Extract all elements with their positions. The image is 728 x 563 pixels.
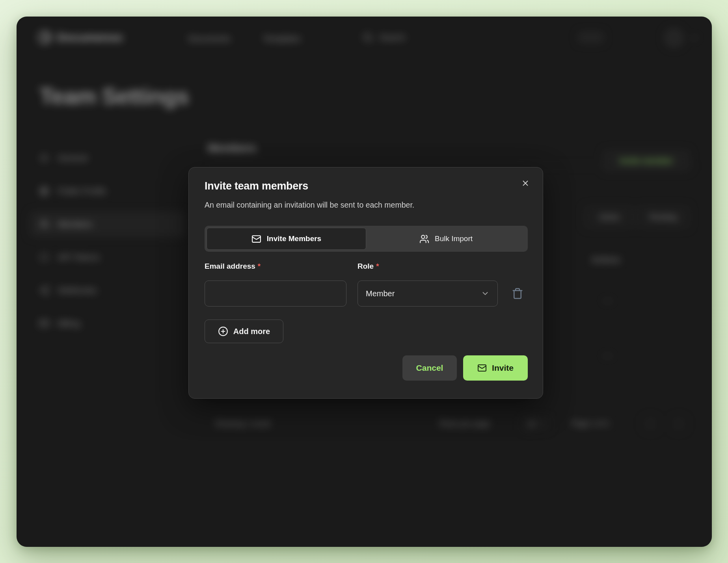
add-more-label: Add more xyxy=(233,327,270,336)
label-text: Role xyxy=(357,262,374,270)
email-address-label: Email address* xyxy=(205,262,261,271)
dialog-subtitle: An email containing an invitation will b… xyxy=(205,201,414,210)
close-button[interactable] xyxy=(519,177,532,190)
invite-label: Invite xyxy=(492,363,514,373)
invite-mode-tabs: Invite Members Bulk Import xyxy=(205,226,528,252)
required-asterisk: * xyxy=(376,262,379,270)
remove-row-button[interactable] xyxy=(510,286,525,301)
tab-invite-members[interactable]: Invite Members xyxy=(207,228,366,250)
label-text: Email address xyxy=(205,262,255,270)
close-icon xyxy=(521,179,530,188)
chevron-down-icon xyxy=(481,289,490,298)
plus-circle-icon xyxy=(218,326,228,336)
role-label: Role* xyxy=(357,262,379,271)
dialog-title: Invite team members xyxy=(205,180,308,192)
trash-icon xyxy=(512,288,523,299)
mail-icon xyxy=(251,234,261,244)
cancel-button[interactable]: Cancel xyxy=(402,355,457,381)
users-icon xyxy=(419,234,429,244)
tab-label: Bulk Import xyxy=(435,234,473,243)
mail-icon xyxy=(477,363,487,373)
tab-bulk-import[interactable]: Bulk Import xyxy=(366,228,526,250)
tab-label: Invite Members xyxy=(267,234,321,243)
email-address-input[interactable] xyxy=(205,281,346,307)
add-more-button[interactable]: Add more xyxy=(205,320,283,343)
invite-button[interactable]: Invite xyxy=(463,355,528,381)
required-asterisk: * xyxy=(258,262,261,270)
invite-team-members-dialog: Invite team members An email containing … xyxy=(188,167,543,399)
role-select[interactable]: Member xyxy=(357,281,498,307)
role-selected-value: Member xyxy=(366,289,481,298)
